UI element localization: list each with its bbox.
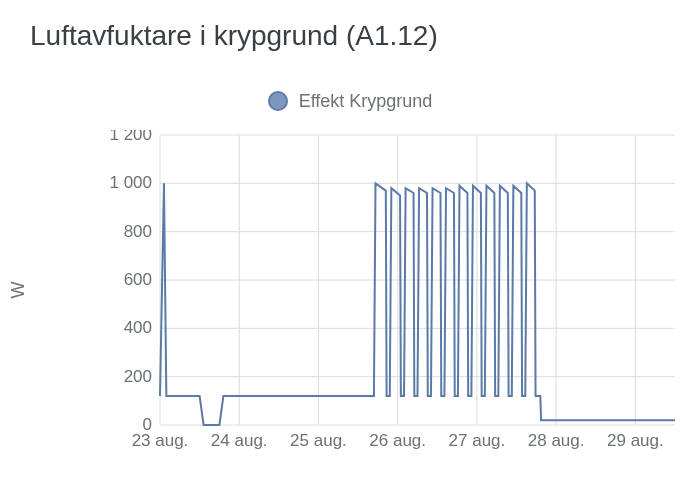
svg-text:29 aug.: 29 aug. (607, 431, 664, 450)
legend-dot-icon (268, 91, 288, 111)
chart-title: Luftavfuktare i krypgrund (A1.12) (0, 0, 700, 52)
svg-text:24 aug.: 24 aug. (211, 431, 268, 450)
svg-text:23 aug.: 23 aug. (132, 431, 189, 450)
legend[interactable]: Effekt Krypgrund (0, 90, 700, 112)
svg-text:200: 200 (124, 367, 152, 386)
legend-label: Effekt Krypgrund (299, 91, 433, 111)
y-axis-label: W (8, 282, 29, 299)
y-ticks: 02004006008001 0001 200 (110, 130, 152, 434)
svg-text:1 200: 1 200 (110, 130, 152, 144)
svg-text:800: 800 (124, 222, 152, 241)
svg-text:400: 400 (124, 318, 152, 337)
plot-area: 02004006008001 0001 200 23 aug.24 aug.25… (110, 130, 680, 450)
series-line (160, 183, 675, 425)
x-ticks: 23 aug.24 aug.25 aug.26 aug.27 aug.28 au… (132, 431, 664, 450)
svg-text:25 aug.: 25 aug. (290, 431, 347, 450)
chart-container: Effekt Krypgrund W 02004006008001 0001 2… (0, 90, 700, 490)
svg-text:1 000: 1 000 (110, 173, 152, 192)
svg-text:28 aug.: 28 aug. (528, 431, 585, 450)
svg-text:600: 600 (124, 270, 152, 289)
chart-svg: 02004006008001 0001 200 23 aug.24 aug.25… (110, 130, 680, 450)
svg-text:26 aug.: 26 aug. (369, 431, 426, 450)
svg-text:27 aug.: 27 aug. (449, 431, 506, 450)
